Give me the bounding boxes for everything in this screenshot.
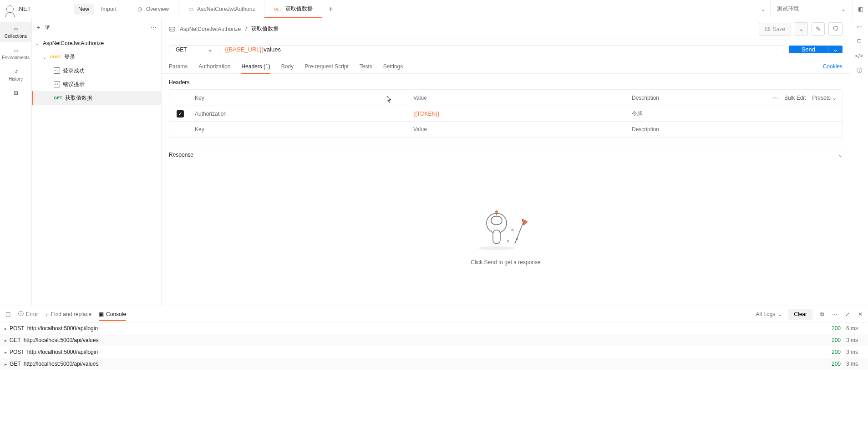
expand-icon[interactable]: ▸ — [5, 326, 7, 331]
header-value-input[interactable] — [413, 126, 624, 133]
response-empty-state: Click Send to get a response — [162, 163, 850, 306]
svg-rect-4 — [491, 216, 502, 225]
save-dropdown[interactable]: ⌄ — [795, 22, 808, 36]
log-row[interactable]: ▸ GET http://localhost:5000/api/values 2… — [0, 334, 868, 346]
edit-icon[interactable]: ✎ — [812, 22, 825, 36]
log-url: http://localhost:5000/api/values — [24, 361, 99, 367]
url-input[interactable]: {{BASE_URL}}values — [219, 46, 784, 53]
tree-request-getvalues[interactable]: GET 获取值数据 — [32, 91, 161, 105]
new-button[interactable]: New — [74, 4, 94, 15]
req-tab-body[interactable]: Body — [281, 60, 294, 73]
request-tabs: ◷ Overview ▭ AspNetCoreJwtAuthoriz GET 获… — [127, 0, 770, 18]
add-tab-button[interactable]: + — [322, 5, 339, 13]
save-icon: 🖫 — [765, 26, 770, 32]
expand-icon[interactable]: ▸ — [5, 362, 7, 367]
tab-collection[interactable]: ▭ AspNetCoreJwtAuthoriz — [178, 0, 264, 18]
headers-table: Key Value Description ⋯ Bulk Edit Preset… — [169, 89, 843, 138]
console-tab-find[interactable]: ⌕ Find and replace — [46, 307, 91, 321]
send-button[interactable]: Send — [789, 46, 828, 53]
rail-collections[interactable]: ▭ Collections — [0, 22, 31, 42]
tree-folder-login[interactable]: ⌄ POST 登录 — [32, 50, 161, 64]
tree-example-error[interactable]: 错误提示 — [32, 77, 161, 91]
log-status: 200 — [832, 349, 841, 355]
row-checkbox[interactable]: ✓ — [177, 110, 184, 117]
code-icon[interactable]: </> — [856, 53, 863, 59]
svg-rect-6 — [493, 230, 500, 244]
save-button[interactable]: 🖫 Save — [759, 23, 791, 36]
tabs-chevron-icon[interactable]: ⌄ — [756, 6, 770, 12]
error-icon: ⓘ — [18, 310, 24, 318]
req-tab-params[interactable]: Params — [169, 60, 188, 73]
import-button[interactable]: Import — [96, 4, 121, 15]
log-method: POST — [10, 325, 25, 332]
expand-icon[interactable]: ▸ — [5, 338, 7, 343]
copy-icon[interactable]: ⧉ — [819, 311, 825, 317]
right-rail: ▭ 🗨 </> ⓘ — [850, 18, 868, 306]
log-time: 6 ms — [846, 325, 858, 332]
more-icon[interactable]: ⋯ — [832, 311, 838, 317]
tab-request-active[interactable]: GET 获取值数据 — [264, 0, 322, 18]
env-quicklook-icon[interactable]: ◧ — [857, 6, 863, 12]
sidebar-more-icon[interactable]: ⋯ — [150, 24, 157, 31]
col-value: Value — [410, 95, 628, 101]
req-tab-settings[interactable]: Settings — [383, 60, 403, 73]
layout-toggle-icon[interactable]: ◫ — [5, 311, 11, 317]
header-value[interactable]: {{TOKEN}} — [413, 111, 439, 117]
log-row[interactable]: ▸ POST http://localhost:5000/api/login 2… — [0, 346, 868, 358]
sidebar-filter-icon[interactable]: ⧩ — [45, 24, 50, 31]
clear-button[interactable]: Clear — [788, 309, 812, 320]
environment-selector[interactable]: 测试环境 ⌄ — [770, 0, 852, 18]
req-tab-authorization[interactable]: Authorization — [198, 60, 230, 73]
expand-icon[interactable]: ⤢ — [844, 311, 851, 317]
method-selector[interactable]: GET ⌄ — [169, 46, 219, 53]
header-key-input[interactable] — [195, 126, 406, 133]
req-tab-headers[interactable]: Headers (1) — [241, 60, 270, 73]
log-filter-dropdown[interactable]: All Logs ⌄ — [756, 311, 782, 317]
svg-text:HTTP: HTTP — [169, 28, 174, 30]
rail-environments[interactable]: ▭ Environments — [0, 43, 31, 64]
header-description[interactable]: 令牌 — [632, 110, 643, 117]
req-tab-prerequest[interactable]: Pre-request Script — [305, 60, 349, 73]
docs-icon[interactable]: ▭ — [856, 24, 863, 30]
info-icon[interactable]: ⓘ — [856, 67, 863, 74]
chevron-down-icon: ⌄ — [777, 311, 782, 317]
comment-icon[interactable]: 🗨 — [828, 22, 843, 36]
req-tab-tests[interactable]: Tests — [360, 60, 372, 73]
search-icon: ⌕ — [46, 311, 49, 317]
send-dropdown[interactable]: ⌄ — [828, 46, 843, 53]
workspace-selector[interactable]: .NET New Import — [0, 4, 127, 15]
rail-history[interactable]: ↺ History — [0, 65, 31, 85]
headers-section-label: Headers — [162, 74, 850, 89]
log-time: 3 ms — [846, 349, 858, 355]
response-collapse-icon[interactable]: ⌄ — [838, 152, 843, 158]
log-status: 200 — [832, 325, 841, 332]
log-row[interactable]: ▸ GET http://localhost:5000/api/values 2… — [0, 358, 868, 370]
header-key[interactable]: Authorization — [195, 111, 227, 117]
example-icon — [54, 81, 60, 87]
rail-more-icon[interactable]: ⊞ — [14, 90, 18, 96]
bulk-edit-link[interactable]: Bulk Edit — [784, 95, 806, 101]
log-time: 3 ms — [846, 337, 858, 343]
example-icon — [54, 67, 60, 74]
close-icon[interactable]: ✕ — [857, 311, 863, 317]
tree-example-success[interactable]: 登录成功 — [32, 64, 161, 77]
response-label: Response — [169, 152, 193, 158]
header-desc-input[interactable] — [632, 126, 756, 133]
log-row[interactable]: ▸ POST http://localhost:5000/api/login 2… — [0, 322, 868, 334]
tab-overview[interactable]: ◷ Overview — [127, 0, 178, 18]
cookies-link[interactable]: Cookies — [823, 63, 843, 70]
presets-dropdown[interactable]: Presets⌄ — [812, 95, 837, 101]
comments-icon[interactable]: 🗨 — [856, 38, 863, 45]
expand-icon[interactable]: ▸ — [5, 350, 7, 355]
workspace-name: .NET — [17, 5, 31, 12]
more-icon[interactable]: ⋯ — [772, 95, 778, 101]
tree-collection[interactable]: ⌄ AspNetCoreJwtAuthorize — [32, 36, 161, 50]
col-key: Key — [191, 95, 410, 101]
console-tab-error[interactable]: ⓘ Error — [18, 307, 38, 322]
breadcrumb-collection[interactable]: AspNetCoreJwtAuthorize — [180, 26, 241, 32]
console-tab-console[interactable]: ▣ Console — [99, 307, 126, 321]
collection-icon: ▭ — [188, 6, 194, 12]
sidebar-add-icon[interactable]: + — [36, 24, 40, 31]
collections-icon: ▭ — [13, 26, 19, 32]
log-url: http://localhost:5000/api/login — [27, 349, 98, 355]
